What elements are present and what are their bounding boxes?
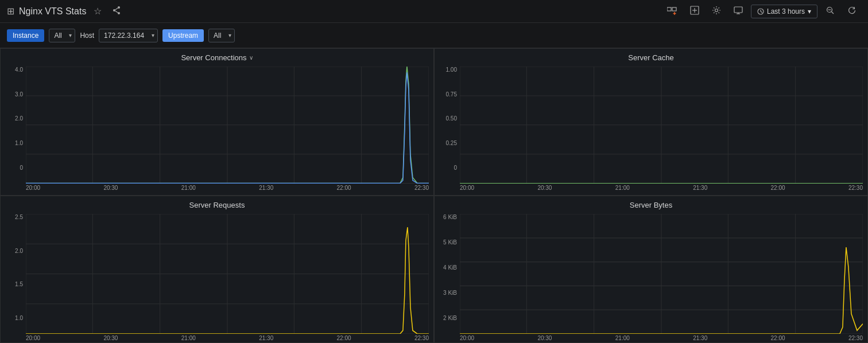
zoom-out-button[interactable] — [821, 3, 839, 20]
server-connections-chart: 4.0 3.0 2.0 1.0 0 — [1, 64, 433, 184]
server-requests-svg — [26, 214, 429, 334]
server-connections-svg — [26, 67, 429, 184]
y-bytes-3k: 3 KiB — [435, 290, 460, 296]
topbar-left: ⊞ Nginx VTS Stats ☆ — [7, 5, 124, 18]
y-label-025: 0.25 — [435, 140, 460, 146]
server-connections-y-axis: 4.0 3.0 2.0 1.0 0 — [1, 67, 26, 184]
export-button[interactable] — [685, 3, 704, 20]
add-panel-button[interactable] — [662, 3, 682, 20]
y-label-075: 0.75 — [435, 91, 460, 98]
server-connections-title: Server Connections — [181, 53, 246, 62]
x-label-2030: 20:30 — [103, 185, 118, 191]
server-cache-header: Server Cache — [435, 49, 867, 64]
instance-select-wrap[interactable]: All — [49, 29, 75, 42]
host-select-wrap[interactable]: 172.22.3.164 — [99, 29, 158, 42]
refresh-button[interactable] — [843, 3, 861, 20]
y-req-20: 2.0 — [1, 248, 26, 254]
svg-line-18 — [761, 11, 762, 13]
server-bytes-title: Server Bytes — [630, 201, 672, 209]
x-req-2030: 20:30 — [103, 335, 118, 341]
svg-line-20 — [832, 11, 834, 14]
share-button[interactable] — [109, 5, 124, 18]
x-bytes-2100: 21:00 — [615, 335, 630, 341]
instance-label: Instance — [7, 29, 44, 42]
upstream-select-wrap[interactable]: All — [208, 29, 235, 42]
x-cache-2030: 20:30 — [537, 185, 552, 191]
svg-point-1 — [113, 9, 115, 11]
x-label-2100: 21:00 — [181, 185, 196, 191]
y-req-15: 1.5 — [1, 281, 26, 287]
server-bytes-svg — [460, 214, 863, 334]
server-requests-title: Server Requests — [189, 201, 245, 209]
svg-line-4 — [115, 11, 118, 13]
server-connections-chevron[interactable]: ∨ — [249, 54, 253, 61]
y-label-1: 1.0 — [1, 140, 26, 146]
y-label-0: 0 — [1, 165, 26, 171]
upstream-select[interactable]: All — [208, 29, 235, 42]
x-bytes-2230: 22:30 — [848, 335, 863, 341]
svg-point-2 — [118, 12, 120, 14]
x-label-2230: 22:30 — [414, 185, 429, 191]
server-requests-y-axis: 2.5 2.0 1.5 1.0 — [1, 214, 26, 334]
x-label-2130: 21:30 — [259, 185, 273, 191]
x-bytes-2000: 20:00 — [460, 335, 474, 341]
time-range-button[interactable]: Last 3 hours ▾ — [751, 5, 817, 18]
filterbar: Instance All Host 172.22.3.164 Upstream … — [0, 23, 868, 48]
server-requests-panel: Server Requests 2.5 2.0 1.5 1.0 — [0, 196, 434, 343]
svg-rect-5 — [667, 7, 671, 11]
settings-button[interactable] — [707, 3, 726, 20]
tv-button[interactable] — [729, 3, 747, 20]
y-req-25: 2.5 — [1, 214, 26, 220]
topbar: ⊞ Nginx VTS Stats ☆ — [0, 0, 868, 23]
x-req-2230: 22:30 — [414, 335, 429, 341]
app-title: Nginx VTS Stats — [19, 6, 86, 17]
svg-rect-6 — [672, 7, 676, 11]
server-cache-title: Server Cache — [628, 53, 673, 62]
svg-rect-13 — [734, 7, 742, 13]
y-bytes-2k: 2 KiB — [435, 315, 460, 321]
x-bytes-2030: 20:30 — [537, 335, 552, 341]
x-req-2130: 21:30 — [259, 335, 273, 341]
x-bytes-2130: 21:30 — [693, 335, 707, 341]
server-connections-header: Server Connections ∨ — [1, 49, 433, 64]
y-label-2: 2.0 — [1, 115, 26, 122]
y-bytes-5k: 5 KiB — [435, 239, 460, 245]
y-label-050: 0.50 — [435, 115, 460, 122]
server-cache-y-axis: 1.00 0.75 0.50 0.25 0 — [435, 67, 460, 184]
server-bytes-header: Server Bytes — [435, 196, 867, 212]
y-label-4: 4.0 — [1, 67, 26, 73]
y-req-10: 1.0 — [1, 315, 26, 321]
y-label-000: 0 — [435, 165, 460, 171]
y-label-3: 3.0 — [1, 91, 26, 98]
x-cache-2200: 22:00 — [771, 185, 785, 191]
host-select[interactable]: 172.22.3.164 — [99, 29, 158, 42]
x-req-2100: 21:00 — [181, 335, 196, 341]
time-range-chevron: ▾ — [808, 7, 811, 15]
server-bytes-y-axis: 6 KiB 5 KiB 4 KiB 3 KiB 2 KiB — [435, 214, 460, 334]
x-cache-2130: 21:30 — [693, 185, 707, 191]
y-label-100: 1.00 — [435, 67, 460, 73]
x-label-2000: 20:00 — [26, 185, 40, 191]
svg-point-0 — [118, 6, 120, 9]
server-bytes-panel: Server Bytes 6 KiB 5 KiB 4 KiB 3 KiB 2 K… — [434, 196, 868, 343]
server-cache-svg — [460, 67, 863, 184]
server-bytes-chart: 6 KiB 5 KiB 4 KiB 3 KiB 2 KiB — [435, 212, 867, 334]
topbar-right: Last 3 hours ▾ — [662, 3, 861, 20]
dashboard: Server Connections ∨ 4.0 3.0 2.0 1.0 0 — [0, 48, 868, 343]
server-cache-chart: 1.00 0.75 0.50 0.25 0 — [435, 64, 867, 184]
host-label: Host — [80, 32, 94, 40]
server-cache-panel: Server Cache 1.00 0.75 0.50 0.25 0 — [434, 48, 868, 196]
svg-point-12 — [715, 9, 718, 11]
x-cache-2100: 21:00 — [615, 185, 630, 191]
x-req-2000: 20:00 — [26, 335, 40, 341]
x-label-2200: 22:00 — [337, 185, 351, 191]
instance-select[interactable]: All — [49, 29, 75, 42]
x-cache-2230: 22:30 — [848, 185, 863, 191]
y-bytes-6k: 6 KiB — [435, 214, 460, 220]
time-range-label: Last 3 hours — [767, 7, 805, 15]
star-button[interactable]: ☆ — [91, 5, 104, 18]
x-cache-2000: 20:00 — [460, 185, 474, 191]
grid-icon: ⊞ — [7, 6, 14, 17]
x-req-2200: 22:00 — [337, 335, 351, 341]
x-bytes-2200: 22:00 — [771, 335, 785, 341]
